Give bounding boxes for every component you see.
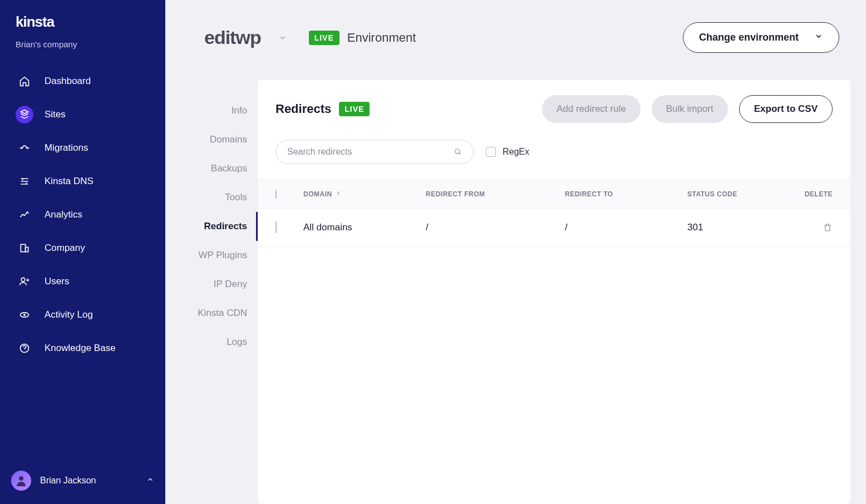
company-icon xyxy=(19,243,30,254)
subnav-info[interactable]: Info xyxy=(232,96,258,125)
col-header-from[interactable]: REDIRECT FROM xyxy=(426,190,565,198)
delete-button[interactable] xyxy=(794,223,833,233)
chevron-down-icon xyxy=(814,32,823,43)
nav-label: Dashboard xyxy=(45,76,91,87)
sites-icon xyxy=(19,109,30,120)
topbar: editwp LIVE Environment Change environme… xyxy=(165,0,866,80)
subnav-tools[interactable]: Tools xyxy=(225,183,258,212)
nav-sites[interactable]: Sites xyxy=(0,98,165,131)
regex-checkbox[interactable] xyxy=(486,147,496,157)
nav-label: Users xyxy=(45,276,69,287)
svg-point-4 xyxy=(21,278,25,281)
dns-icon xyxy=(19,176,30,187)
subnav-domains[interactable]: Domains xyxy=(210,125,258,154)
user-name: Brian Jackson xyxy=(40,476,96,486)
col-header-delete: DELETE xyxy=(794,190,833,198)
env-label: Environment xyxy=(347,31,416,45)
subnav: Info Domains Backups Tools Redirects WP … xyxy=(188,80,258,504)
subnav-backups[interactable]: Backups xyxy=(211,154,258,183)
col-header-status[interactable]: STATUS CODE xyxy=(687,190,788,198)
change-environment-button[interactable]: Change environment xyxy=(683,22,839,53)
panel-live-badge: LIVE xyxy=(339,102,370,116)
svg-point-6 xyxy=(23,314,26,316)
sidebar-footer[interactable]: Brian Jackson xyxy=(0,457,165,504)
nav-label: Sites xyxy=(45,109,66,120)
site-name: editwp xyxy=(204,27,261,48)
cell-to: / xyxy=(565,222,687,233)
cell-domain: All domains xyxy=(303,222,426,233)
nav-dashboard[interactable]: Dashboard xyxy=(0,65,165,98)
primary-nav: Dashboard Sites Migrations Kinsta DNS An… xyxy=(0,65,165,365)
analytics-icon xyxy=(19,209,30,220)
trash-icon xyxy=(823,223,833,233)
table-row: All domains / / 301 xyxy=(258,209,850,247)
subnav-logs[interactable]: Logs xyxy=(227,328,258,357)
nav-activity[interactable]: Activity Log xyxy=(0,298,165,332)
svg-rect-2 xyxy=(21,244,25,251)
nav-company[interactable]: Company xyxy=(0,231,165,265)
subnav-wp-plugins[interactable]: WP Plugins xyxy=(198,241,258,270)
table-header: DOMAIN REDIRECT FROM REDIRECT TO STATUS … xyxy=(258,180,850,209)
subnav-cdn[interactable]: Kinsta CDN xyxy=(198,299,258,328)
panel-title: Redirects xyxy=(275,102,331,116)
users-icon xyxy=(19,276,30,287)
regex-label: RegEx xyxy=(503,147,529,157)
cell-status: 301 xyxy=(687,222,788,233)
nav-label: Activity Log xyxy=(45,309,93,320)
avatar xyxy=(11,471,31,491)
redirects-panel: Redirects LIVE Add redirect rule Bulk im… xyxy=(258,80,850,504)
home-icon xyxy=(19,76,30,87)
add-redirect-button[interactable]: Add redirect rule xyxy=(542,95,641,123)
search-icon xyxy=(454,148,462,156)
subnav-redirects[interactable]: Redirects xyxy=(204,212,258,241)
nav-label: Kinsta DNS xyxy=(45,176,94,187)
company-name[interactable]: Brian's company xyxy=(0,35,165,65)
brand-logo: kinsta xyxy=(16,13,150,31)
export-csv-button[interactable]: Export to CSV xyxy=(739,95,833,123)
nav-label: Analytics xyxy=(45,209,82,220)
bulk-import-button[interactable]: Bulk import xyxy=(652,95,728,123)
nav-label: Knowledge Base xyxy=(45,343,116,354)
nav-users[interactable]: Users xyxy=(0,265,165,298)
nav-dns[interactable]: Kinsta DNS xyxy=(0,165,165,198)
env-badge: LIVE xyxy=(309,31,339,45)
chevron-up-icon xyxy=(146,476,154,486)
search-box[interactable] xyxy=(275,140,474,164)
subnav-ip-deny[interactable]: IP Deny xyxy=(214,270,258,299)
col-header-to[interactable]: REDIRECT TO xyxy=(565,190,687,198)
main: editwp LIVE Environment Change environme… xyxy=(165,0,866,504)
svg-point-8 xyxy=(19,476,23,481)
migrations-icon xyxy=(19,142,30,154)
select-all-checkbox[interactable] xyxy=(275,190,277,199)
change-env-label: Change environment xyxy=(699,32,799,43)
svg-point-1 xyxy=(26,147,28,149)
nav-analytics[interactable]: Analytics xyxy=(0,198,165,231)
site-dropdown-icon[interactable] xyxy=(279,34,287,42)
nav-migrations[interactable]: Migrations xyxy=(0,131,165,165)
row-checkbox[interactable] xyxy=(275,221,277,233)
activity-icon xyxy=(19,309,30,320)
svg-point-0 xyxy=(21,147,22,149)
nav-label: Migrations xyxy=(45,142,88,154)
svg-rect-3 xyxy=(26,247,28,251)
nav-kb[interactable]: Knowledge Base xyxy=(0,332,165,365)
cell-from: / xyxy=(426,222,565,233)
help-icon xyxy=(19,343,30,354)
sort-asc-icon xyxy=(336,190,341,198)
sidebar: kinsta Brian's company Dashboard Sites M… xyxy=(0,0,165,504)
col-header-domain[interactable]: DOMAIN xyxy=(303,190,426,198)
svg-point-9 xyxy=(455,149,460,154)
search-input[interactable] xyxy=(287,147,454,157)
nav-label: Company xyxy=(45,243,85,254)
